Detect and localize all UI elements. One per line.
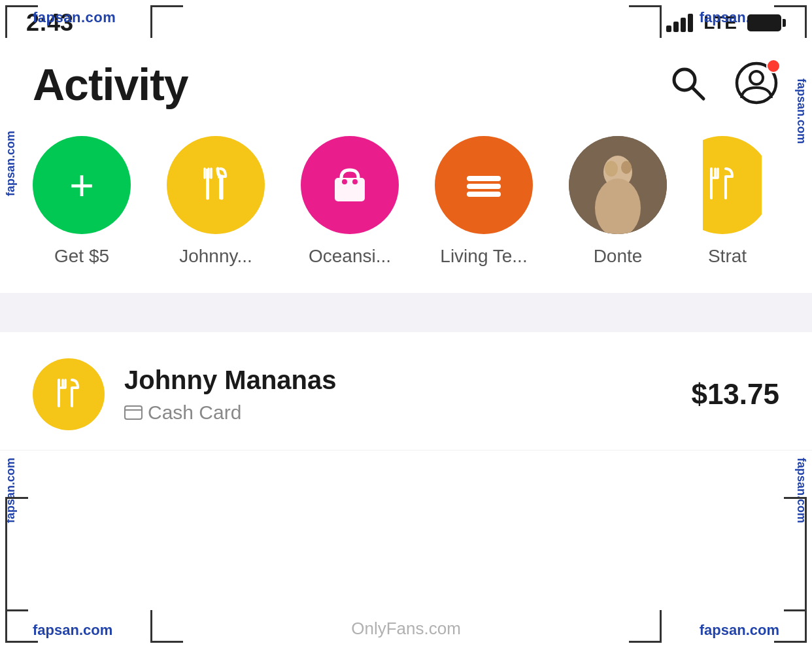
corner-bracket-tl2 bbox=[150, 5, 183, 38]
svg-point-21 bbox=[605, 161, 618, 177]
svg-line-1 bbox=[692, 88, 703, 99]
notification-dot bbox=[766, 59, 781, 73]
page-title: Activity bbox=[33, 59, 188, 110]
corner-bracket-br2 bbox=[629, 610, 662, 643]
fork-knife-icon bbox=[193, 162, 239, 208]
transactions-section: Johnny Mananas Cash Card $13.75 bbox=[0, 339, 812, 451]
battery-indicator bbox=[747, 14, 786, 31]
svg-rect-31 bbox=[125, 406, 142, 419]
plus-icon: + bbox=[69, 164, 94, 207]
donte-avatar bbox=[569, 136, 667, 234]
svg-point-14 bbox=[352, 179, 358, 184]
transaction-item-t1[interactable]: Johnny Mananas Cash Card $13.75 bbox=[0, 339, 812, 451]
account-button[interactable] bbox=[734, 60, 779, 109]
svg-rect-12 bbox=[335, 178, 365, 201]
signal-bar-4 bbox=[688, 14, 693, 32]
header-icons bbox=[668, 60, 779, 109]
fork-knife-icon-strat bbox=[703, 162, 745, 208]
watermark-bottom-center: OnlyFans.com bbox=[351, 619, 461, 639]
corner-bracket-tr2 bbox=[629, 5, 662, 38]
category-circle-oceansi bbox=[301, 136, 399, 234]
signal-bar-2 bbox=[673, 22, 679, 32]
watermark-right-side: fapsan.com bbox=[794, 78, 808, 144]
category-label-donte: Donte bbox=[594, 246, 643, 267]
category-circle-strat bbox=[703, 136, 762, 234]
burger-icon bbox=[460, 162, 507, 209]
transaction-amount-t1: $13.75 bbox=[691, 378, 779, 411]
category-livingte[interactable]: Living Te... bbox=[435, 136, 533, 267]
status-bar: 2:43 LTE bbox=[0, 0, 812, 39]
svg-rect-17 bbox=[467, 192, 501, 197]
battery-body bbox=[747, 14, 781, 31]
svg-rect-16 bbox=[467, 184, 501, 189]
svg-rect-15 bbox=[467, 176, 501, 181]
search-button[interactable] bbox=[668, 63, 707, 105]
category-circle-livingte bbox=[435, 136, 533, 234]
category-label-johnny: Johnny... bbox=[179, 246, 252, 267]
category-johnny[interactable]: Johnny... bbox=[167, 136, 265, 267]
category-circle-johnny bbox=[167, 136, 265, 234]
transaction-details-t1: Johnny Mananas Cash Card bbox=[124, 366, 671, 424]
svg-point-22 bbox=[621, 161, 632, 174]
side-bracket-right bbox=[784, 497, 807, 611]
category-oceansi[interactable]: Oceansi... bbox=[301, 136, 399, 267]
svg-point-13 bbox=[342, 179, 347, 184]
category-label-get5: Get $5 bbox=[54, 246, 109, 267]
categories-row: + Get $5 bbox=[33, 136, 779, 267]
transaction-name-t1: Johnny Mananas bbox=[124, 366, 671, 395]
signal-bar-1 bbox=[666, 26, 671, 32]
watermark-bottom-right: fapsan.com bbox=[700, 622, 779, 639]
transaction-sub-label: Cash Card bbox=[148, 401, 241, 424]
transaction-icon-johnny bbox=[33, 358, 105, 430]
shopping-bag-icon bbox=[327, 162, 373, 208]
category-label-strat: Strat bbox=[708, 246, 747, 267]
side-bracket-left bbox=[5, 497, 28, 611]
categories-section: + Get $5 bbox=[0, 123, 812, 286]
category-strat[interactable]: Strat bbox=[703, 136, 762, 267]
watermark-left-side: fapsan.com bbox=[4, 131, 18, 196]
category-label-livingte: Living Te... bbox=[440, 246, 527, 267]
header: Activity bbox=[0, 39, 812, 123]
transaction-sub-t1: Cash Card bbox=[124, 401, 671, 424]
gray-band-divider bbox=[0, 293, 812, 332]
corner-bracket-bl2 bbox=[150, 610, 183, 643]
fork-knife-icon-transaction bbox=[49, 375, 88, 414]
watermark-bottom-left: fapsan.com bbox=[33, 622, 112, 639]
category-circle-get5: + bbox=[33, 136, 131, 234]
watermark-top-left: fapsan.com bbox=[33, 9, 116, 26]
signal-bar-3 bbox=[681, 18, 686, 32]
category-donte[interactable]: Donte bbox=[569, 136, 667, 267]
search-icon bbox=[668, 63, 707, 103]
cash-card-icon bbox=[124, 405, 143, 420]
category-circle-donte bbox=[569, 136, 667, 234]
category-get5[interactable]: + Get $5 bbox=[33, 136, 131, 267]
category-label-oceansi: Oceansi... bbox=[309, 246, 391, 267]
signal-bars bbox=[666, 14, 693, 32]
svg-point-3 bbox=[750, 71, 763, 84]
